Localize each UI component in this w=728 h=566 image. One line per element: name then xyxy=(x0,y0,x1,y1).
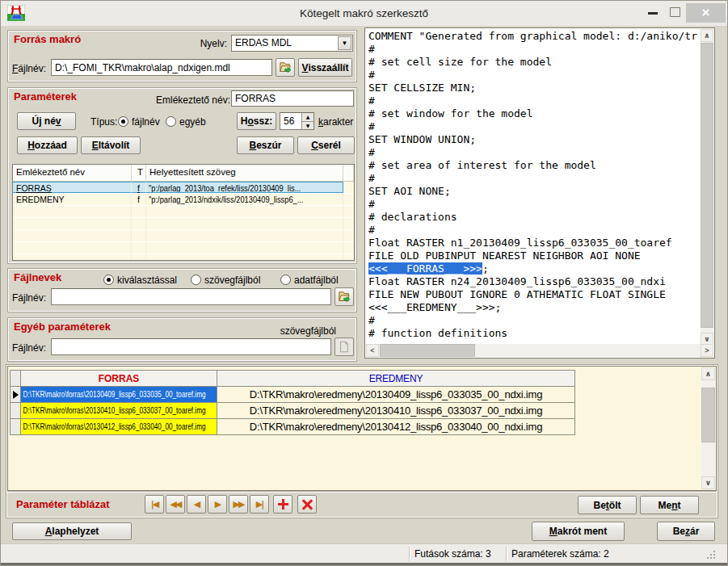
spinner-buttons: ▲ ▼ xyxy=(301,113,314,129)
nav-fast-prev-button[interactable]: ◀◀ xyxy=(166,495,185,514)
scroll-down-icon[interactable]: ∨ xyxy=(701,476,715,489)
code-line: # xyxy=(368,198,375,211)
other-filename-label: Fájlnév: xyxy=(12,342,46,354)
type-label: Típus: xyxy=(90,116,117,128)
empty-row xyxy=(13,206,354,218)
language-label: Nyelv: xyxy=(195,38,227,49)
parameter-grid-header: Emlékeztető név T Helyettesített szöveg xyxy=(13,165,354,182)
load-button[interactable]: Betölt xyxy=(578,496,637,514)
minimize-button[interactable] xyxy=(648,12,658,15)
radio-type-other[interactable] xyxy=(166,116,176,127)
nav-next-icon: ▶ xyxy=(215,499,220,509)
code-line: SET WINDOW UNION; xyxy=(368,133,476,146)
nav-fast-next-button[interactable]: ▶▶ xyxy=(229,495,248,514)
spinner-down-icon[interactable]: ▼ xyxy=(302,122,314,129)
status-divider xyxy=(409,547,410,561)
chevron-down-icon: ▼ xyxy=(342,40,348,47)
radio-from-textfile[interactable] xyxy=(191,275,201,285)
code-editor[interactable]: COMMENT "Generated from graphical model:… xyxy=(364,27,715,358)
length-button[interactable]: Hossz: xyxy=(237,112,276,130)
radio-from-datafile[interactable] xyxy=(280,275,291,285)
status-runs: Futások száma: 3 xyxy=(414,548,491,560)
add-row-button[interactable] xyxy=(273,495,292,514)
close-icon: × xyxy=(702,5,710,21)
radio-type-filename-label: fájlnév xyxy=(132,116,160,128)
batch-panel: FORRAS EREDMENY D:\TKR\makro\forras\2013… xyxy=(6,364,718,518)
nav-prev-button[interactable]: ◀ xyxy=(187,495,206,514)
batch-table-vscrollbar[interactable]: ∧ ∨ xyxy=(701,367,715,489)
table-row[interactable]: FORRAS f "p:/parlag_2013/toa_refek/liss/… xyxy=(13,182,354,194)
hscroll-thumb[interactable] xyxy=(380,344,475,357)
add-button[interactable]: Hozzáad xyxy=(17,136,78,154)
code-line: FILE NEW PUBOUT IGNORE 0 ATHEMATIC FLOAT… xyxy=(368,288,666,301)
vscroll-thumb[interactable] xyxy=(701,388,715,442)
nav-last-button[interactable]: ▶| xyxy=(250,495,269,514)
remove-button[interactable]: Eltávolít xyxy=(81,136,141,154)
delete-row-button[interactable] xyxy=(297,495,317,514)
code-line: Float RASTER n1_20130409_lissp6_033035_0… xyxy=(368,237,672,249)
code-line-selected: <<<___FORRAS___>>>; xyxy=(368,262,489,275)
scroll-left-icon[interactable]: < xyxy=(366,344,379,357)
nav-fast-prev-icon: ◀◀ xyxy=(170,499,181,509)
code-vscrollbar[interactable]: ∧ ∨ xyxy=(701,29,713,346)
close-button[interactable]: × xyxy=(686,3,726,23)
close-window-button[interactable]: Bezár xyxy=(657,522,715,541)
browse-filenames-button[interactable] xyxy=(335,287,354,306)
header-forras: FORRAS xyxy=(21,370,217,387)
scroll-up-icon[interactable]: ∧ xyxy=(701,367,715,380)
titlebar[interactable]: Kötegelt makró szerkesztő × xyxy=(1,1,727,26)
scroll-up-icon[interactable]: ∧ xyxy=(701,29,713,42)
new-name-button[interactable]: Új név xyxy=(17,112,76,130)
save-macro-button[interactable]: Makrót ment xyxy=(532,522,625,541)
restore-button[interactable]: Visszaállít xyxy=(298,58,352,77)
code-line: # xyxy=(368,120,375,133)
group-title: Fájlnevek xyxy=(14,271,61,283)
other-filename-input[interactable] xyxy=(51,338,331,355)
code-line: # set window for the model xyxy=(368,107,533,120)
code-hscrollbar[interactable]: < > xyxy=(366,344,713,357)
mnemonic-input[interactable] xyxy=(231,90,354,107)
parameter-grid[interactable]: Emlékeztető név T Helyettesített szöveg … xyxy=(12,164,355,261)
selected-text: <<<___FORRAS___>>> xyxy=(368,262,482,275)
nav-next-button[interactable]: ▶ xyxy=(208,495,227,514)
radio-by-selection[interactable] xyxy=(103,275,114,285)
filenames-filename-input[interactable] xyxy=(51,288,331,305)
open-folder-icon xyxy=(337,291,351,303)
table-row[interactable]: EREDMENY f "p:/parlag_2013/ndxik/liss/20… xyxy=(13,194,354,206)
replace-button[interactable]: Cserél xyxy=(297,136,355,154)
scroll-right-icon[interactable]: > xyxy=(701,344,713,357)
window: Kötegelt makró szerkesztő × Forrás makró… xyxy=(0,0,728,566)
vscroll-thumb[interactable] xyxy=(701,43,713,328)
insert-button[interactable]: Beszúr xyxy=(237,136,294,154)
resize-grip[interactable] xyxy=(707,551,709,552)
browse-macro-button[interactable] xyxy=(276,58,295,77)
table-row[interactable]: D:\TKR\makro\forras\20130410_lissp6_0330… xyxy=(10,403,575,419)
plus-icon xyxy=(278,499,288,509)
open-folder-icon xyxy=(278,61,292,73)
param-table-title: Paraméter táblázat xyxy=(16,498,110,510)
maximize-button[interactable] xyxy=(670,7,680,17)
reset-button[interactable]: Alaphelyzet xyxy=(12,522,132,540)
length-unit-label: karakter xyxy=(318,116,353,128)
radio-from-textfile-label: szövegfájlból xyxy=(204,275,260,286)
code-line: # xyxy=(368,146,375,159)
table-row[interactable]: D:\TKR\makro\forras\20130412_lissp6_0330… xyxy=(10,419,575,435)
spinner-up-icon[interactable]: ▲ xyxy=(302,113,314,122)
save-button[interactable]: Ment xyxy=(640,496,699,514)
nav-first-button[interactable]: |◀ xyxy=(145,495,164,514)
status-bar: Futások száma: 3 Paraméterek száma: 2 xyxy=(1,543,727,564)
radio-type-filename[interactable] xyxy=(118,116,128,127)
nav-last-icon: ▶| xyxy=(256,499,263,509)
table-row[interactable]: D:\TKR\makro\forras\20130409_lissp6_0330… xyxy=(10,387,575,403)
length-spinner[interactable]: 56 ▲ ▼ xyxy=(280,112,314,130)
group-title: Forrás makró xyxy=(14,33,81,45)
radio-from-datafile-label: adatfájlból xyxy=(294,275,339,286)
code-line: # set area of interest for the model xyxy=(368,159,596,172)
language-select[interactable]: ERDAS MDL ▼ xyxy=(231,35,353,52)
code-line: # declarations xyxy=(368,211,457,224)
macro-filename-input[interactable] xyxy=(51,59,272,76)
code-line: <<<___EREDMENY___>>>; xyxy=(368,301,501,314)
header-eredmeny: EREDMENY xyxy=(217,370,575,387)
batch-table[interactable]: FORRAS EREDMENY D:\TKR\makro\forras\2013… xyxy=(7,366,717,491)
dropdown-button[interactable]: ▼ xyxy=(338,36,351,50)
